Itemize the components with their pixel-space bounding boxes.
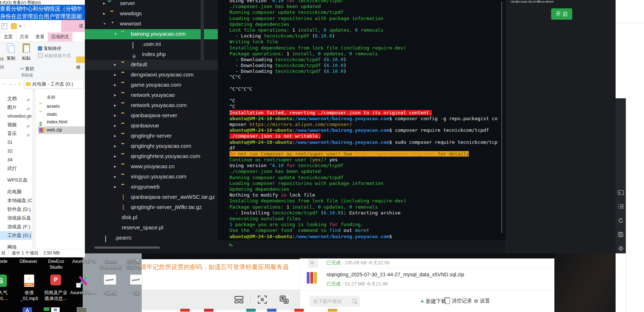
sidebar-item-WPS云盘[interactable]: WPS云盘 bbox=[0, 176, 32, 185]
sidebar-item-游戏娱乐盘 (E:)[interactable]: 游戏娱乐盘 (E:) bbox=[0, 214, 32, 222]
tree-item-qianbaojava-server[interactable]: ▶qianbaojava-server bbox=[85, 111, 218, 121]
column-header-name[interactable]: 名称 bbox=[38, 89, 85, 103]
tree-item-network.youyacao[interactable]: ▶network.youyacao bbox=[85, 90, 218, 100]
desktop-icon-榜人气 0101....[interactable]: S bbox=[0, 275, 7, 287]
chevron-right-icon[interactable]: ▶ bbox=[114, 124, 116, 127]
tab-共享[interactable]: 共享 bbox=[16, 32, 32, 42]
tree-item-xingyun.youyacao.com[interactable]: ▶xingyun.youyacao.com bbox=[85, 172, 218, 182]
chevron-right-icon[interactable]: ▶ bbox=[114, 114, 116, 117]
sidebar-item-网络[interactable]: 网络 bbox=[0, 243, 32, 249]
save-icon[interactable] bbox=[616, 229, 626, 240]
scroll-up-icon[interactable]: ⌃ bbox=[32, 90, 36, 93]
chevron-right-icon[interactable]: ▶ bbox=[114, 83, 116, 87]
desktop-icon-label[interactable]: 1.jp bbox=[133, 290, 140, 296]
tree-item-server[interactable]: ▶server bbox=[85, 0, 218, 9]
compressed-folder-tools-tab[interactable]: 提 bbox=[61, 20, 85, 32]
chevron-down-icon[interactable]: ▾ bbox=[19, 24, 21, 28]
desktop-icon-依偎 _01.mp3[interactable]: ♪ bbox=[24, 275, 34, 287]
recent-locations-icon[interactable]: ⌄ bbox=[13, 82, 16, 86]
sidebar-item-本地磁盘 (C:)[interactable]: 本地磁盘 (C:) bbox=[0, 196, 32, 205]
refresh-icon[interactable] bbox=[616, 216, 626, 226]
chevron-right-icon[interactable]: ▶ bbox=[114, 145, 116, 148]
tree-item-default[interactable]: ▶default bbox=[85, 60, 218, 70]
sidebar-item-showdoc-m...[interactable]: showdoc-m... bbox=[0, 112, 32, 121]
tree-item-dengxiaoxi.youyacao.com[interactable]: ▶dengxiaoxi.youyacao.com bbox=[85, 70, 218, 80]
chevron-right-icon[interactable]: ▶ bbox=[114, 155, 116, 158]
copy-path-button[interactable]: 复制路径 bbox=[38, 46, 61, 52]
tree-item-index.php[interactable]: index.php bbox=[85, 50, 218, 60]
tree-item-reserve_space.pl[interactable]: reserve_space.pl bbox=[85, 223, 218, 233]
sidebar-item-音乐[interactable]: 音乐 bbox=[0, 129, 32, 138]
sidebar-item-图片[interactable]: 图片 bbox=[0, 103, 32, 112]
tree-item-qingtinghr-server_jWfkr.tar.gz[interactable]: qingtinghr-server_jWfkr.tar.gz bbox=[85, 202, 218, 213]
breadcrumb-current[interactable]: 工作盘 (G:) bbox=[51, 82, 74, 87]
remote-file-tree[interactable]: ▶server▶wwwlogs▼wwwroot▼bairong.youyacao… bbox=[85, 0, 218, 246]
cut-button[interactable]: ✂剪切 bbox=[20, 66, 34, 72]
address-bar[interactable]: 此电脑›工作盘 (G:) bbox=[24, 80, 84, 89]
navigation-scrollbar[interactable]: ⌃ bbox=[32, 89, 36, 249]
desktop-icon-AxureRP9....[interactable] bbox=[77, 275, 89, 287]
tree-item-qingtinghrtest.youyacao.com[interactable]: ▶qingtinghrtest.youyacao.com bbox=[85, 151, 218, 162]
sidebar-item-武打[interactable]: 武打 bbox=[0, 164, 32, 173]
terminal-icon[interactable] bbox=[616, 187, 626, 198]
desktop-icon-label[interactable]: 招商及产业 载体信息... bbox=[44, 290, 67, 301]
properties-icon[interactable] bbox=[1, 23, 7, 29]
chevron-right-icon[interactable]: ▶ bbox=[114, 165, 116, 168]
desktop-icon-label[interactable]: Axure RP 9 bbox=[72, 258, 95, 264]
tree-item-xingyunweb[interactable]: ▶xingyunweb bbox=[85, 182, 218, 192]
tree-item-qianbaovue[interactable]: ▶qianbaovue bbox=[85, 121, 218, 131]
list-icon[interactable] bbox=[616, 201, 626, 212]
copy-button[interactable]: 复制 bbox=[4, 43, 17, 62]
sidebar-item-32[interactable]: 32 bbox=[0, 147, 32, 155]
move-to-button[interactable]: 移 bbox=[76, 56, 85, 71]
tree-scrollbar[interactable] bbox=[201, 0, 204, 60]
tree-item-.user.ini[interactable]: .user.ini bbox=[85, 39, 218, 50]
desktop-icon-label[interactable]: AxureRP9.... bbox=[70, 290, 96, 296]
desktop-icon-1.jp[interactable] bbox=[130, 275, 142, 285]
tree-item-www.youyacao.cn[interactable]: ▶www.youyacao.cn bbox=[85, 162, 218, 172]
partial-desktop-icon[interactable] bbox=[44, 307, 50, 311]
desktop-icon-label[interactable]: DBeaver bbox=[20, 258, 38, 264]
sidebar-item-31[interactable]: 31 bbox=[0, 138, 32, 147]
tree-item-qingtinghr.youyacao.com[interactable]: ▶qingtinghr.youyacao.com bbox=[85, 141, 218, 151]
partial-desktop-icon[interactable]: A bbox=[23, 307, 32, 312]
tab-压缩的文[interactable]: 压缩的文 bbox=[48, 32, 72, 42]
file-row-web.zip[interactable]: web.zip bbox=[38, 126, 85, 134]
desktop-icon-label[interactable]: 1.jpeg bbox=[104, 290, 116, 296]
settings-icon[interactable] bbox=[616, 243, 626, 254]
chevron-right-icon[interactable]: ▶ bbox=[114, 73, 116, 76]
terminal-panel[interactable]: Using version ^6.10 for tecnickcom/tcpdf… bbox=[218, 0, 506, 240]
terminal-scrollbar[interactable] bbox=[501, 1, 502, 233]
breadcrumb-root[interactable]: 此电脑 bbox=[32, 82, 46, 87]
desktop-icon-label[interactable]: Cocos Dashboard bbox=[99, 258, 122, 270]
tree-item-disk.pl[interactable]: disk.pl bbox=[85, 213, 218, 223]
desktop-icon-label[interactable]: DevEco Studio bbox=[48, 258, 64, 270]
sidebar-item-文档[interactable]: 文档 bbox=[0, 94, 32, 103]
tab-查看[interactable]: 查看 bbox=[32, 32, 48, 42]
sidebar-item-此电脑[interactable]: 此电脑 bbox=[0, 187, 32, 196]
tree-item-.pearrc[interactable]: .pearrc bbox=[85, 233, 218, 243]
desktop-icon-label[interactable]: 合同数 0317.d bbox=[127, 258, 141, 270]
chevron-down-icon[interactable]: ▼ bbox=[103, 22, 106, 25]
new-folder-icon[interactable] bbox=[11, 23, 17, 29]
tree-item-qianbaojava-server_awWSC.tar.gz[interactable]: qianbaojava-server_awWSC.tar.gz bbox=[85, 192, 218, 202]
tree-item-bairong.youyacao.com[interactable]: ▼bairong.youyacao.com bbox=[85, 29, 218, 39]
file-row-static[interactable]: static bbox=[38, 111, 85, 119]
chevron-right-icon[interactable]: ▶ bbox=[114, 134, 116, 138]
desktop-icon-招商及产业 载体信息...[interactable]: P bbox=[50, 275, 61, 285]
partial-desktop-icon[interactable]: W bbox=[51, 307, 60, 312]
back-button[interactable]: ← bbox=[2, 81, 7, 86]
chevron-right-icon[interactable]: ▶ bbox=[103, 2, 105, 5]
chevron-right-icon[interactable]: ▶ bbox=[114, 104, 116, 107]
tree-item-wwwlogs[interactable]: ▶wwwlogs bbox=[85, 9, 218, 19]
sidebar-item-视频[interactable]: 视频 bbox=[0, 121, 32, 129]
paste-shortcut-button[interactable]: 粘贴快捷方式 bbox=[38, 53, 71, 59]
desktop-icon-label[interactable]: 依偎 _01.mp3 bbox=[20, 290, 38, 301]
partial-desktop-icon[interactable] bbox=[77, 307, 87, 312]
chevron-down-icon[interactable]: ▼ bbox=[114, 32, 117, 36]
sidebar-item-游戏盘 (F:)[interactable]: 游戏盘 (F:) bbox=[0, 222, 32, 231]
tree-item-network.youyacao.com[interactable]: ▶network.youyacao.com bbox=[85, 100, 218, 111]
file-row-assets[interactable]: assets bbox=[38, 103, 85, 111]
chevron-right-icon[interactable]: ▶ bbox=[114, 94, 116, 97]
desktop-icon-label[interactable]: 榜人气 0101.... bbox=[0, 290, 8, 301]
